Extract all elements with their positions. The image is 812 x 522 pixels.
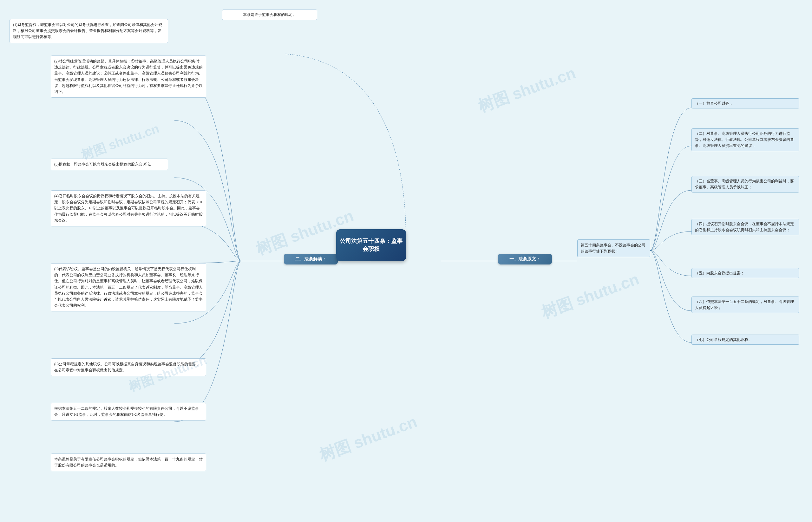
left-item-8: 本条虽然是关于有限责任公司监事会职权的规定，但依照本法第一百一十九条的规定，对于… xyxy=(51,454,206,471)
left-item-7: 根据本法第五十二条的规定，股东人数较少和规模较小的有限责任公司，可以不设监事会，… xyxy=(51,403,206,421)
right-item-6: （六）依照本法第一百五十二条的规定，对董事、高级管理人员提起诉讼； xyxy=(691,297,799,313)
top-note: 本条是关于监事会职权的规定。 xyxy=(222,9,317,20)
watermark-3: 树图 shutu.cn xyxy=(475,62,578,117)
watermark-4: 树图 shutu.cn xyxy=(539,268,642,323)
right-item-3: （三）当董事、高级管理人员的行为损害公司的利益时，要求董事、高级管理人员予以纠正… xyxy=(691,176,799,193)
left-item-4: (4)召开临时股东会会议的提议权和特定情况下股东会的召集、主持。按照本法的有关规… xyxy=(51,190,206,226)
watermark-1: 树图 shutu.cn xyxy=(79,120,161,164)
right-item-1: （一）检查公司财务； xyxy=(691,98,799,108)
left-item-5: (5)代表诉讼权。监事会是公司的内设监督机关，通常情况下是无权代表公司行使权利的… xyxy=(51,263,206,312)
right-item-7: （七）公司章程规定的其他职权。 xyxy=(691,335,799,345)
watermark-6: 树图 shutu.cn xyxy=(317,411,420,466)
left-item-2: (2)对公司经营管理活动的监督。其具体包括：①对董事、高级管理人员执行公司职务时… xyxy=(51,56,206,98)
center-node: 公司法第五十四条：监事 会职权 xyxy=(336,229,406,261)
left-item-3: (3)提案权，即监事会可以向股东会提出提案供股东会讨论。 xyxy=(51,159,168,170)
left-item-6: (6)公司章程规定的其他职权。公司可以根据其自身情况和实现监事会监督职能的需要，… xyxy=(51,358,206,376)
right-item-5: （五）向股东会议提出提案； xyxy=(691,268,799,278)
left-branch-label: 二、法条解读： xyxy=(284,254,338,264)
right-branch-label: 一、法条原文： xyxy=(498,254,552,264)
right-intro-box: 第五十四条监事会、不设监事会的公司的监事行使下列职权： xyxy=(577,239,650,257)
right-item-2: （二）对董事、高级管理人员执行公司职务的行为进行监督，对违反法律、行政法规、公司… xyxy=(691,128,799,151)
right-item-4: （四）提议召开临时股东会会议，在董事会不履行本法规定的召集和主持股东会会议职责时… xyxy=(691,219,799,235)
left-item-1: (1)财务监督权，即监事会可以对公司的财务状况进行检查，如查阅公司账簿和其他会计… xyxy=(9,19,168,43)
